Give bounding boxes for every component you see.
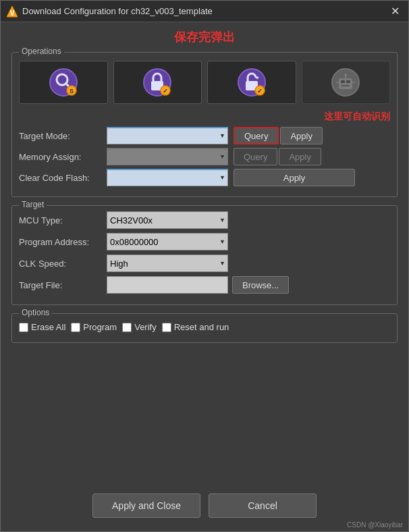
program-address-row: Program Address: 0x08000000 xyxy=(19,233,390,250)
svg-text:✓: ✓ xyxy=(257,88,263,95)
erase-all-checkbox[interactable] xyxy=(19,323,28,332)
clk-speed-row: CLK Speed: High xyxy=(19,255,390,272)
banner-text: 保存完弹出 xyxy=(11,29,398,45)
memory-assign-btn-group: Query Apply xyxy=(232,148,321,165)
op-robot-button[interactable] xyxy=(302,61,391,104)
op-lock-check-button[interactable]: ✓ xyxy=(113,61,202,104)
verify-label: Verify xyxy=(134,322,157,332)
program-label: Program xyxy=(83,322,117,332)
memory-assign-row: Memory Assign: Query Apply xyxy=(19,148,390,165)
close-button[interactable]: ✕ xyxy=(387,3,403,20)
svg-rect-18 xyxy=(341,80,345,83)
op-lock-open-button[interactable]: ✓ xyxy=(207,61,296,104)
verify-checkbox[interactable] xyxy=(122,323,132,332)
browse-button[interactable]: Browse... xyxy=(232,276,289,294)
op-search-button[interactable]: S xyxy=(19,61,108,104)
target-mode-row: Target Mode: Query Apply xyxy=(19,127,390,144)
content-area: 保存完弹出 Operations S xyxy=(1,22,408,484)
program-address-select[interactable]: 0x08000000 xyxy=(107,233,228,250)
mcu-type-row: MCU Type: CH32V00x xyxy=(19,211,390,229)
erase-all-checkbox-item[interactable]: Erase All xyxy=(19,322,65,332)
app-icon: V xyxy=(6,5,18,18)
program-checkbox-item[interactable]: Program xyxy=(71,322,117,332)
memory-assign-apply-button: Apply xyxy=(279,148,321,165)
svg-text:S: S xyxy=(70,88,74,95)
options-section: Options Erase All Program Verify Reset a… xyxy=(11,313,398,343)
svg-text:V: V xyxy=(10,9,15,17)
clear-code-flash-apply-button[interactable]: Apply xyxy=(234,169,355,186)
clear-code-flash-label: Clear Code Flash: xyxy=(19,173,107,183)
svg-point-22 xyxy=(344,74,347,76)
reset-run-checkbox-item[interactable]: Reset and run xyxy=(162,322,229,332)
annotation-text: 这里可自动识别 xyxy=(19,111,390,123)
options-section-label: Options xyxy=(19,308,52,317)
clear-code-flash-row: Clear Code Flash: Apply xyxy=(19,169,390,186)
clk-speed-select-wrapper: High xyxy=(107,255,228,272)
target-section: Target MCU Type: CH32V00x Program Addres… xyxy=(11,205,398,305)
reset-run-checkbox[interactable] xyxy=(162,323,171,332)
memory-assign-label: Memory Assign: xyxy=(19,152,107,162)
svg-rect-17 xyxy=(339,78,352,89)
target-section-label: Target xyxy=(19,200,47,209)
memory-assign-select-wrapper xyxy=(107,148,228,165)
mcu-type-select-wrapper: CH32V00x xyxy=(107,211,228,229)
memory-assign-query-button: Query xyxy=(234,148,277,165)
svg-rect-19 xyxy=(346,80,350,83)
verify-checkbox-item[interactable]: Verify xyxy=(122,322,157,332)
mcu-type-label: MCU Type: xyxy=(19,215,107,225)
target-mode-btn-group: Query Apply xyxy=(232,127,323,144)
program-checkbox[interactable] xyxy=(71,323,80,332)
target-mode-label: Target Mode: xyxy=(19,131,107,141)
clear-code-flash-select[interactable] xyxy=(107,169,228,186)
target-file-label: Target File: xyxy=(19,280,107,290)
cancel-button[interactable]: Cancel xyxy=(209,494,317,518)
target-mode-query-button[interactable]: Query xyxy=(234,127,279,144)
operations-row: S ✓ xyxy=(19,61,390,104)
clk-speed-label: CLK Speed: xyxy=(19,259,107,269)
main-window: V Download Configuration for ch32_v003_t… xyxy=(0,0,409,532)
svg-text:✓: ✓ xyxy=(163,88,168,95)
reset-run-label: Reset and run xyxy=(174,322,229,332)
operations-section: Operations S xyxy=(11,52,398,197)
target-mode-select[interactable] xyxy=(107,127,228,144)
memory-assign-select[interactable] xyxy=(107,148,228,165)
clk-speed-select[interactable]: High xyxy=(107,255,228,272)
erase-all-label: Erase All xyxy=(31,322,65,332)
window-title: Download Configuration for ch32_v003_tem… xyxy=(22,6,387,16)
target-mode-apply-button[interactable]: Apply xyxy=(280,127,323,144)
watermark: CSDN @Xiaoyibar xyxy=(347,521,403,529)
clear-code-flash-btn-group: Apply xyxy=(232,169,355,186)
operations-label: Operations xyxy=(19,47,64,56)
mcu-type-select[interactable]: CH32V00x xyxy=(107,211,228,229)
target-file-row: Target File: Browse... xyxy=(19,276,390,294)
title-bar: V Download Configuration for ch32_v003_t… xyxy=(1,1,408,22)
apply-close-button[interactable]: Apply and Close xyxy=(92,494,200,518)
target-mode-select-wrapper xyxy=(107,127,228,144)
target-file-input[interactable] xyxy=(107,276,228,294)
options-row: Erase All Program Verify Reset and run xyxy=(19,319,390,332)
program-address-select-wrapper: 0x08000000 xyxy=(107,233,228,250)
clear-code-flash-select-wrapper xyxy=(107,169,228,186)
program-address-label: Program Address: xyxy=(19,237,107,247)
